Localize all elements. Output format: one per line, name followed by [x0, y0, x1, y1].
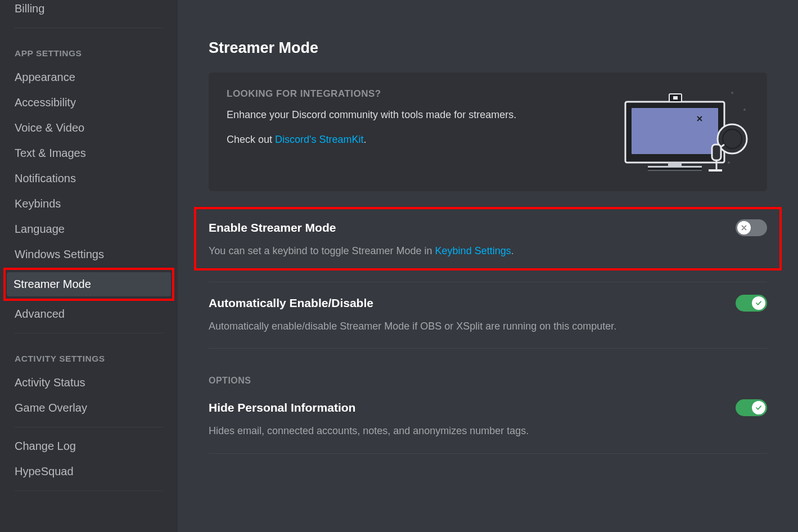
check-icon — [752, 401, 765, 414]
sidebar-divider — [15, 333, 163, 333]
svg-rect-5 — [668, 163, 682, 166]
sidebar-item-text-images[interactable]: Text & Images — [8, 141, 170, 165]
streamkit-link[interactable]: Discord's StreamKit — [275, 134, 363, 145]
hide-personal-info-desc: Hides email, connected accounts, notes, … — [209, 424, 767, 438]
sidebar-item-appearance[interactable]: Appearance — [8, 65, 170, 89]
sidebar-item-notifications[interactable]: Notifications — [8, 166, 170, 191]
svg-rect-4 — [631, 107, 719, 155]
sidebar-item-accessibility[interactable]: Accessibility — [8, 91, 170, 115]
svg-point-2 — [728, 161, 730, 164]
sidebar-item-keybinds[interactable]: Keybinds — [8, 192, 170, 216]
enable-streamer-mode-title: Enable Streamer Mode — [209, 221, 336, 235]
annotation-highlight-main: Enable Streamer Mode You can set a keybi… — [194, 207, 782, 270]
sidebar-divider — [15, 28, 163, 28]
setting-divider — [209, 453, 767, 454]
setting-divider — [209, 348, 767, 349]
sidebar-item-advanced[interactable]: Advanced — [8, 302, 170, 326]
svg-point-0 — [731, 92, 733, 94]
banner-line-2-post: . — [364, 134, 367, 145]
enable-desc-post: . — [511, 245, 514, 256]
check-icon — [752, 296, 765, 310]
svg-rect-7 — [648, 168, 702, 170]
sidebar-header-app-settings: APP SETTINGS — [8, 35, 170, 64]
keybind-settings-link[interactable]: Keybind Settings — [435, 245, 511, 256]
sidebar-item-hypesquad[interactable]: HypeSquad — [8, 459, 170, 484]
sidebar-item-language[interactable]: Language — [8, 217, 170, 241]
hide-personal-info-title: Hide Personal Information — [209, 401, 355, 414]
sidebar-item-game-overlay[interactable]: Game Overlay — [8, 396, 170, 420]
integrations-banner: LOOKING FOR INTEGRATIONS? Enhance your D… — [209, 73, 767, 191]
x-icon — [737, 221, 751, 235]
svg-point-1 — [743, 109, 746, 111]
sidebar-item-streamer-mode[interactable]: Streamer Mode — [7, 272, 171, 296]
sidebar-header-activity-settings: ACTIVITY SETTINGS — [8, 340, 170, 369]
main-content: Streamer Mode LOOKING FOR INTEGRATIONS? … — [178, 0, 798, 532]
sidebar-item-activity-status[interactable]: Activity Status — [8, 371, 170, 395]
page-title: Streamer Mode — [209, 39, 767, 57]
svg-rect-15 — [709, 169, 722, 172]
sidebar-item-change-log[interactable]: Change Log — [8, 434, 170, 458]
sidebar-item-voice-video[interactable]: Voice & Video — [8, 116, 170, 140]
enable-streamer-mode-toggle[interactable] — [736, 219, 767, 236]
banner-line-1: Enhance your Discord community with tool… — [227, 107, 603, 123]
auto-enable-toggle[interactable] — [736, 295, 767, 312]
auto-enable-desc: Automatically enable/disable Streamer Mo… — [209, 319, 767, 333]
auto-enable-title: Automatically Enable/Disable — [209, 296, 373, 310]
svg-rect-8 — [648, 170, 702, 171]
hide-personal-info-toggle[interactable] — [736, 399, 767, 416]
annotation-highlight-sidebar: Streamer Mode — [3, 268, 174, 301]
enable-streamer-mode-desc: You can set a keybind to toggle Streamer… — [209, 244, 767, 258]
sidebar-item-billing[interactable]: Billing — [8, 0, 170, 21]
svg-point-11 — [718, 124, 747, 154]
svg-rect-13 — [712, 145, 721, 160]
options-header: OPTIONS — [209, 376, 767, 386]
banner-line-2-pre: Check out — [227, 134, 275, 145]
settings-sidebar: Billing APP SETTINGS Appearance Accessib… — [0, 0, 178, 532]
banner-title: LOOKING FOR INTEGRATIONS? — [227, 88, 603, 100]
sidebar-divider — [15, 490, 163, 491]
svg-rect-6 — [648, 166, 702, 168]
banner-line-2: Check out Discord's StreamKit. — [227, 132, 603, 148]
sidebar-divider — [15, 427, 163, 427]
sidebar-item-windows-settings[interactable]: Windows Settings — [8, 242, 170, 267]
enable-desc-pre: You can set a keybind to toggle Streamer… — [209, 245, 435, 256]
svg-rect-10 — [673, 96, 678, 100]
streaming-illustration — [614, 88, 749, 175]
